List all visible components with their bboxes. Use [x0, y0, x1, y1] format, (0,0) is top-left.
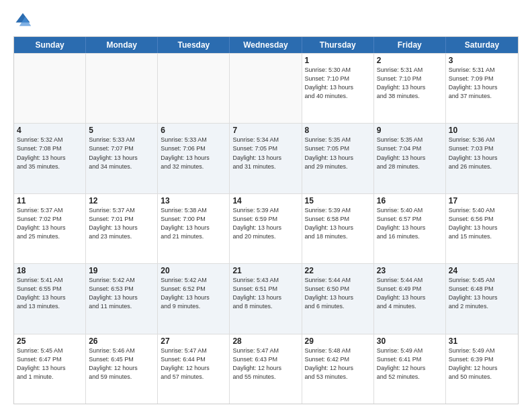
day-info: Sunrise: 5:33 AM Sunset: 7:06 PM Dayligh…: [161, 136, 226, 171]
cal-cell: 15Sunrise: 5:39 AM Sunset: 6:58 PM Dayli…: [302, 194, 374, 263]
page: Sunday Monday Tuesday Wednesday Thursday…: [0, 0, 532, 411]
cal-cell: 10Sunrise: 5:36 AM Sunset: 7:03 PM Dayli…: [446, 124, 518, 193]
cal-cell: [230, 54, 302, 123]
cal-cell: 27Sunrise: 5:47 AM Sunset: 6:44 PM Dayli…: [158, 334, 230, 404]
day-info: Sunrise: 5:44 AM Sunset: 6:49 PM Dayligh…: [377, 276, 443, 311]
header-thursday: Thursday: [302, 37, 374, 53]
day-info: Sunrise: 5:48 AM Sunset: 6:42 PM Dayligh…: [305, 347, 371, 381]
day-number: 11: [17, 196, 83, 205]
day-number: 24: [449, 266, 515, 275]
day-number: 13: [161, 196, 226, 205]
header-tuesday: Tuesday: [158, 37, 230, 53]
day-info: Sunrise: 5:42 AM Sunset: 6:52 PM Dayligh…: [161, 276, 226, 311]
calendar-row-2: 11Sunrise: 5:37 AM Sunset: 7:02 PM Dayli…: [14, 193, 518, 263]
cal-cell: 11Sunrise: 5:37 AM Sunset: 7:02 PM Dayli…: [14, 194, 86, 263]
day-info: Sunrise: 5:47 AM Sunset: 6:44 PM Dayligh…: [161, 347, 226, 381]
cal-cell: [86, 54, 158, 123]
day-number: 14: [232, 196, 298, 205]
day-info: Sunrise: 5:49 AM Sunset: 6:41 PM Dayligh…: [377, 347, 443, 381]
cal-cell: 22Sunrise: 5:44 AM Sunset: 6:50 PM Dayli…: [302, 264, 374, 333]
cal-cell: [158, 54, 230, 123]
day-number: 27: [161, 336, 226, 346]
cal-cell: 9Sunrise: 5:35 AM Sunset: 7:04 PM Daylig…: [374, 124, 446, 193]
day-info: Sunrise: 5:46 AM Sunset: 6:45 PM Dayligh…: [89, 347, 154, 381]
day-number: 23: [377, 266, 443, 275]
cal-cell: 29Sunrise: 5:48 AM Sunset: 6:42 PM Dayli…: [302, 334, 374, 404]
cal-cell: 17Sunrise: 5:40 AM Sunset: 6:56 PM Dayli…: [446, 194, 518, 263]
day-info: Sunrise: 5:38 AM Sunset: 7:00 PM Dayligh…: [161, 206, 226, 241]
day-info: Sunrise: 5:37 AM Sunset: 7:01 PM Dayligh…: [89, 206, 154, 241]
day-number: 2: [377, 56, 443, 65]
day-number: 17: [449, 196, 515, 205]
cal-cell: 30Sunrise: 5:49 AM Sunset: 6:41 PM Dayli…: [374, 334, 446, 404]
cal-cell: 6Sunrise: 5:33 AM Sunset: 7:06 PM Daylig…: [158, 124, 230, 193]
cal-cell: 23Sunrise: 5:44 AM Sunset: 6:49 PM Dayli…: [374, 264, 446, 333]
day-number: 8: [305, 126, 371, 135]
day-info: Sunrise: 5:35 AM Sunset: 7:04 PM Dayligh…: [377, 136, 443, 171]
day-info: Sunrise: 5:33 AM Sunset: 7:07 PM Dayligh…: [89, 136, 154, 171]
header-monday: Monday: [86, 37, 158, 53]
day-number: 10: [449, 126, 515, 135]
cal-cell: 21Sunrise: 5:43 AM Sunset: 6:51 PM Dayli…: [230, 264, 302, 333]
day-number: 28: [232, 336, 298, 346]
day-number: 25: [17, 336, 83, 346]
day-info: Sunrise: 5:32 AM Sunset: 7:08 PM Dayligh…: [17, 136, 83, 171]
day-number: 20: [161, 266, 226, 275]
header-saturday: Saturday: [446, 37, 518, 53]
cal-cell: 12Sunrise: 5:37 AM Sunset: 7:01 PM Dayli…: [86, 194, 158, 263]
cal-cell: 24Sunrise: 5:45 AM Sunset: 6:48 PM Dayli…: [446, 264, 518, 333]
cal-cell: 28Sunrise: 5:47 AM Sunset: 6:43 PM Dayli…: [230, 334, 302, 404]
day-number: 6: [161, 126, 226, 135]
day-number: 16: [377, 196, 443, 205]
calendar-row-1: 4Sunrise: 5:32 AM Sunset: 7:08 PM Daylig…: [14, 123, 518, 193]
cal-cell: 14Sunrise: 5:39 AM Sunset: 6:59 PM Dayli…: [230, 194, 302, 263]
day-info: Sunrise: 5:44 AM Sunset: 6:50 PM Dayligh…: [305, 276, 371, 311]
day-info: Sunrise: 5:39 AM Sunset: 6:59 PM Dayligh…: [232, 206, 298, 241]
day-info: Sunrise: 5:45 AM Sunset: 6:47 PM Dayligh…: [17, 347, 83, 381]
cal-cell: 20Sunrise: 5:42 AM Sunset: 6:52 PM Dayli…: [158, 264, 230, 333]
day-info: Sunrise: 5:41 AM Sunset: 6:55 PM Dayligh…: [17, 276, 83, 311]
day-info: Sunrise: 5:30 AM Sunset: 7:10 PM Dayligh…: [305, 66, 371, 101]
day-number: 7: [232, 126, 298, 135]
day-info: Sunrise: 5:45 AM Sunset: 6:48 PM Dayligh…: [449, 276, 515, 311]
header: [13, 11, 519, 30]
day-number: 1: [305, 56, 371, 65]
day-number: 19: [89, 266, 154, 275]
cal-cell: 1Sunrise: 5:30 AM Sunset: 7:10 PM Daylig…: [302, 54, 374, 123]
day-number: 29: [305, 336, 371, 346]
calendar: Sunday Monday Tuesday Wednesday Thursday…: [13, 36, 519, 404]
logo-icon: [13, 11, 32, 30]
day-number: 4: [17, 126, 83, 135]
day-info: Sunrise: 5:36 AM Sunset: 7:03 PM Dayligh…: [449, 136, 515, 171]
day-number: 9: [377, 126, 443, 135]
cal-cell: [14, 54, 86, 123]
day-number: 3: [449, 56, 515, 65]
day-info: Sunrise: 5:42 AM Sunset: 6:53 PM Dayligh…: [89, 276, 154, 311]
day-info: Sunrise: 5:40 AM Sunset: 6:57 PM Dayligh…: [377, 206, 443, 241]
day-info: Sunrise: 5:35 AM Sunset: 7:05 PM Dayligh…: [305, 136, 371, 171]
cal-cell: 19Sunrise: 5:42 AM Sunset: 6:53 PM Dayli…: [86, 264, 158, 333]
cal-cell: 16Sunrise: 5:40 AM Sunset: 6:57 PM Dayli…: [374, 194, 446, 263]
cal-cell: 4Sunrise: 5:32 AM Sunset: 7:08 PM Daylig…: [14, 124, 86, 193]
day-info: Sunrise: 5:49 AM Sunset: 6:39 PM Dayligh…: [449, 347, 515, 381]
cal-cell: 25Sunrise: 5:45 AM Sunset: 6:47 PM Dayli…: [14, 334, 86, 404]
day-number: 30: [377, 336, 443, 346]
cal-cell: 18Sunrise: 5:41 AM Sunset: 6:55 PM Dayli…: [14, 264, 86, 333]
calendar-header: Sunday Monday Tuesday Wednesday Thursday…: [14, 37, 518, 53]
cal-cell: 5Sunrise: 5:33 AM Sunset: 7:07 PM Daylig…: [86, 124, 158, 193]
cal-cell: 3Sunrise: 5:31 AM Sunset: 7:09 PM Daylig…: [446, 54, 518, 123]
header-wednesday: Wednesday: [230, 37, 302, 53]
day-number: 21: [232, 266, 298, 275]
cal-cell: 26Sunrise: 5:46 AM Sunset: 6:45 PM Dayli…: [86, 334, 158, 404]
header-friday: Friday: [374, 37, 446, 53]
day-info: Sunrise: 5:43 AM Sunset: 6:51 PM Dayligh…: [232, 276, 298, 311]
day-number: 18: [17, 266, 83, 275]
day-number: 22: [305, 266, 371, 275]
calendar-row-0: 1Sunrise: 5:30 AM Sunset: 7:10 PM Daylig…: [14, 53, 518, 123]
cal-cell: 8Sunrise: 5:35 AM Sunset: 7:05 PM Daylig…: [302, 124, 374, 193]
cal-cell: 7Sunrise: 5:34 AM Sunset: 7:05 PM Daylig…: [230, 124, 302, 193]
cal-cell: 2Sunrise: 5:31 AM Sunset: 7:10 PM Daylig…: [374, 54, 446, 123]
day-info: Sunrise: 5:31 AM Sunset: 7:10 PM Dayligh…: [377, 66, 443, 101]
day-info: Sunrise: 5:31 AM Sunset: 7:09 PM Dayligh…: [449, 66, 515, 101]
logo: [13, 11, 35, 30]
